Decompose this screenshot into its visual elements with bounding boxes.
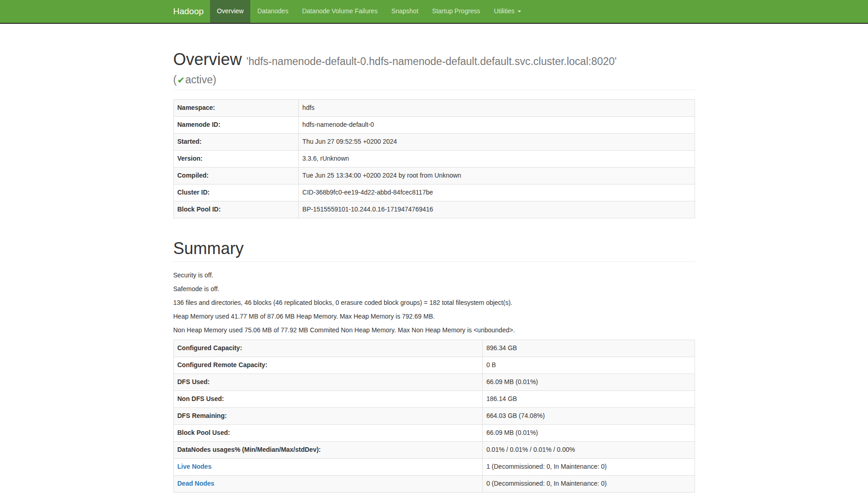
security-status-text: Security is off. [173,271,695,280]
live-nodes-link[interactable]: Live Nodes [178,463,212,470]
stat-value: 0 B [482,357,695,374]
stat-value: 1 (Decommissioned: 0, In Maintenance: 0) [482,459,695,476]
nav-tab-label: Datanodes [257,7,288,16]
info-value: hdfs [298,99,695,116]
nav-tab-label: Datanode Volume Failures [302,7,377,16]
caret-down-icon [518,11,521,12]
stat-label: DataNodes usages% (Min/Median/Max/stdDev… [173,442,482,459]
table-row: Namenode ID: hdfs-namenode-default-0 [173,116,695,133]
nav-tab-datanodes[interactable]: Datanodes [250,0,295,23]
table-row: DataNodes usages% (Min/Median/Max/stdDev… [173,442,695,459]
nav-tab-startup-progress[interactable]: Startup Progress [425,0,487,23]
table-row: Version: 3.3.6, rUnknown [173,150,695,167]
table-row: DFS Remaining: 664.03 GB (74.08%) [173,408,695,425]
nav-tab-label: Utilities [494,7,514,16]
stat-label: Live Nodes [173,459,482,476]
info-value: BP-1515559101-10.244.0.16-1719474769416 [298,201,695,218]
nav-tab-label: Startup Progress [432,7,480,16]
heap-memory-text: Heap Memory used 41.77 MB of 87.06 MB He… [173,312,695,321]
info-label: Started: [173,133,298,150]
info-label: Namenode ID: [173,116,298,133]
navbar-menu: Overview Datanodes Datanode Volume Failu… [210,0,528,23]
table-row: Configured Remote Capacity: 0 B [173,357,695,374]
overview-page-header: Overview 'hdfs-namenode-default-0.hdfs-n… [173,50,695,90]
stat-value: 186.14 GB [482,391,695,408]
page-title: Overview 'hdfs-namenode-default-0.hdfs-n… [173,50,695,86]
stat-value: 0.01% / 0.01% / 0.01% / 0.00% [482,442,695,459]
nav-tab-overview[interactable]: Overview [210,0,250,23]
summary-table: Configured Capacity: 896.34 GB Configure… [173,340,695,493]
stat-value: 0 (Decommissioned: 0, In Maintenance: 0) [482,476,695,493]
info-value: CID-368b9fc0-ee19-4d22-abbd-84fcec8117be [298,184,695,201]
stat-label: Configured Remote Capacity: [173,357,482,374]
table-row: Started: Thu Jun 27 09:52:55 +0200 2024 [173,133,695,150]
stat-value: 66.09 MB (0.01%) [482,374,695,391]
check-icon: ✔ [177,75,185,85]
namenode-status: (✔active) [173,74,695,86]
stat-label: DFS Remaining: [173,408,482,425]
filesystem-objects-text: 136 files and directories, 46 blocks (46… [173,298,695,308]
stat-value: 664.03 GB (74.08%) [482,408,695,425]
stat-value: 66.09 MB (0.01%) [482,425,695,442]
info-value: hdfs-namenode-default-0 [298,116,695,133]
summary-page-header: Summary [173,239,695,262]
info-value: Thu Jun 27 09:52:55 +0200 2024 [298,133,695,150]
nav-tab-datanode-volume-failures[interactable]: Datanode Volume Failures [295,0,384,23]
info-label: Cluster ID: [173,184,298,201]
table-row: Block Pool ID: BP-1515559101-10.244.0.16… [173,201,695,218]
table-row: Dead Nodes 0 (Decommissioned: 0, In Main… [173,476,695,493]
info-value: 3.3.6, rUnknown [298,150,695,167]
info-label: Compiled: [173,167,298,184]
table-row: Live Nodes 1 (Decommissioned: 0, In Main… [173,459,695,476]
table-row: Non DFS Used: 186.14 GB [173,391,695,408]
stat-label: Configured Capacity: [173,340,482,357]
dead-nodes-link[interactable]: Dead Nodes [178,480,215,487]
namenode-address: 'hdfs-namenode-default-0.hdfs-namenode-d… [247,55,617,67]
stat-value: 896.34 GB [482,340,695,357]
summary-title: Summary [173,239,695,258]
info-value: Tue Jun 25 13:34:00 +0200 2024 by root f… [298,167,695,184]
table-row: Compiled: Tue Jun 25 13:34:00 +0200 2024… [173,167,695,184]
stat-label: Dead Nodes [173,476,482,493]
stat-label: Non DFS Used: [173,391,482,408]
nav-dropdown-utilities[interactable]: Utilities [487,0,528,23]
page-title-text: Overview [173,50,242,69]
top-navbar: Hadoop Overview Datanodes Datanode Volum… [0,0,868,24]
cluster-info-table: Namespace: hdfs Namenode ID: hdfs-nameno… [173,99,695,218]
nav-tab-label: Overview [217,7,243,16]
table-row: Configured Capacity: 896.34 GB [173,340,695,357]
table-row: Namespace: hdfs [173,99,695,116]
non-heap-memory-text: Non Heap Memory used 75.06 MB of 77.92 M… [173,326,695,335]
info-label: Block Pool ID: [173,201,298,218]
info-label: Namespace: [173,99,298,116]
nav-tab-snapshot[interactable]: Snapshot [384,0,425,23]
table-row: DFS Used: 66.09 MB (0.01%) [173,374,695,391]
table-row: Block Pool Used: 66.09 MB (0.01%) [173,425,695,442]
safemode-status-text: Safemode is off. [173,285,695,294]
stat-label: DFS Used: [173,374,482,391]
main-content: Overview 'hdfs-namenode-default-0.hdfs-n… [167,50,702,493]
stat-label: Block Pool Used: [173,425,482,442]
status-text: active) [185,74,216,86]
nav-tab-label: Snapshot [391,7,418,16]
info-label: Version: [173,150,298,167]
table-row: Cluster ID: CID-368b9fc0-ee19-4d22-abbd-… [173,184,695,201]
hadoop-brand[interactable]: Hadoop [173,0,210,23]
